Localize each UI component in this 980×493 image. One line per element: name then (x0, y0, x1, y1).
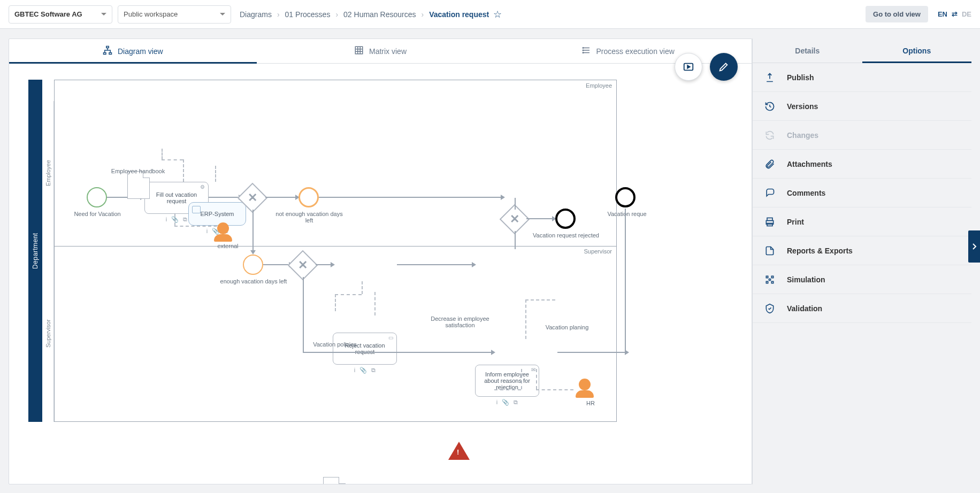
event-not-enough[interactable] (298, 187, 319, 207)
comment-icon (764, 188, 775, 198)
top-right: Go to old view EN ⇄ DE (866, 6, 971, 22)
svg-rect-0 (106, 47, 109, 48)
option-versions-label: Versions (787, 102, 818, 111)
old-view-button[interactable]: Go to old view (866, 6, 928, 22)
play-button[interactable] (675, 53, 702, 81)
doc-marker-icon: ▭ (388, 335, 393, 341)
connector (397, 264, 472, 265)
language-switch[interactable]: EN ⇄ DE (938, 10, 971, 18)
start-event[interactable] (87, 187, 107, 207)
right-sidebar: Details Options Publish Versions Changes… (752, 38, 971, 484)
employee-tag: Employee (586, 82, 612, 89)
tab-options[interactable]: Options (862, 38, 972, 63)
edit-button[interactable] (710, 53, 738, 81)
assoc (174, 226, 223, 227)
assoc (521, 369, 522, 389)
option-comments[interactable]: Comments (753, 179, 971, 207)
company-dropdown[interactable]: GBTEC Software AG (9, 5, 112, 24)
lang-de[interactable]: DE (962, 10, 971, 18)
matrix-icon (354, 45, 364, 57)
pool-title: Department (28, 80, 42, 422)
swap-icon[interactable]: ⇄ (952, 10, 958, 18)
end-event-approved[interactable] (615, 187, 636, 207)
task-indicators: i📎⧉ (166, 216, 187, 223)
option-valid-label: Validation (787, 304, 822, 313)
doc-policies-label: Vacation policies (297, 341, 372, 348)
option-report-label: Reports & Exports (787, 247, 853, 255)
crumb-0[interactable]: Diagrams (240, 10, 272, 19)
connector (316, 264, 331, 265)
tab-matrix-label: Matrix view (369, 47, 407, 56)
risk-label: Decrease in employee satisfaction (423, 315, 497, 328)
crumb-2[interactable]: 02 Human Resources (343, 10, 416, 19)
connector (557, 352, 625, 353)
task-inform[interactable]: ✉ Inform employee about reasons for reje… (475, 365, 539, 397)
workspace-dropdown[interactable]: Public workspace (118, 5, 231, 24)
execution-icon (581, 45, 591, 57)
connector (209, 197, 239, 198)
option-print-label: Print (787, 218, 804, 226)
event-enough[interactable] (243, 255, 263, 275)
caret-down-icon (101, 13, 106, 16)
gear-icon: ⚙ (200, 184, 205, 190)
report-icon (764, 245, 775, 256)
option-versions[interactable]: Versions (753, 92, 971, 121)
connector (319, 197, 501, 198)
sim-icon (764, 274, 775, 285)
task-inform-label: Inform employee about reasons for reject… (478, 371, 537, 390)
actor-hr[interactable] (579, 379, 591, 390)
option-publish[interactable]: Publish (753, 63, 971, 92)
crumb-active[interactable]: Vacation request (429, 10, 489, 19)
print-icon (764, 217, 775, 227)
connector (526, 218, 552, 219)
assoc (525, 299, 526, 339)
doc-handbook-label: Employee handbook (101, 168, 175, 174)
tab-matrix-view[interactable]: Matrix view (257, 39, 504, 63)
erp-top[interactable]: ERP-System i📎⧉ (188, 202, 246, 226)
task-reject[interactable]: ▭ Reject vacation request i📎⧉ (333, 333, 397, 365)
assoc (494, 389, 521, 390)
event-not-enough-label: not enough vacation days left (272, 211, 347, 224)
lang-en[interactable]: EN (938, 10, 947, 18)
connector (515, 198, 516, 210)
option-reports[interactable]: Reports & Exports (753, 236, 971, 265)
option-validation[interactable]: Validation (753, 294, 971, 323)
favorite-star-icon[interactable]: ☆ (493, 9, 502, 20)
gateway-supervisor[interactable]: ✕ (288, 250, 318, 281)
options-list: Publish Versions Changes Attachments Com… (753, 63, 971, 323)
assoc (174, 214, 175, 226)
workspace-label: Public workspace (124, 10, 178, 18)
chevron-right-icon: › (335, 10, 338, 19)
risk-indicator[interactable]: ! (448, 442, 470, 460)
option-simulation[interactable]: Simulation (753, 265, 971, 294)
assoc (183, 159, 184, 182)
breadcrumb: Diagrams › 01 Processes › 02 Human Resou… (240, 9, 502, 20)
tab-diagram-view[interactable]: Diagram view (9, 39, 257, 63)
crumb-1[interactable]: 01 Processes (285, 10, 331, 19)
tab-details[interactable]: Details (753, 38, 862, 63)
option-comment-label: Comments (787, 189, 825, 197)
lanes: Employee Supervisor Need for Vacation ⚙ … (54, 80, 617, 422)
option-changes[interactable]: Changes (753, 121, 971, 150)
svg-rect-3 (355, 47, 363, 54)
publish-icon (764, 72, 775, 83)
assoc (215, 166, 216, 182)
tab-exec-label: Process execution view (596, 47, 675, 56)
doc-handbook[interactable] (127, 171, 150, 199)
content: Diagram view Matrix view Process executi… (9, 38, 971, 484)
assoc (374, 292, 376, 315)
doc-policies[interactable] (323, 477, 346, 484)
diagram-canvas[interactable]: Department Employee Supervisor Employee … (28, 80, 752, 484)
sidebar-collapse-handle[interactable] (968, 230, 980, 263)
chevron-right-icon: › (421, 10, 424, 19)
end-event-rejected[interactable] (555, 209, 576, 229)
option-attachments[interactable]: Attachments (753, 150, 971, 179)
connector (263, 264, 289, 265)
svg-point-5 (583, 50, 584, 51)
actor-external[interactable] (217, 222, 229, 234)
bpmn-pool: Department Employee Supervisor Employee … (28, 80, 617, 482)
assoc (536, 369, 537, 389)
task-indicators: i📎⧉ (496, 399, 518, 406)
assoc (162, 159, 183, 160)
option-print[interactable]: Print (753, 207, 971, 236)
